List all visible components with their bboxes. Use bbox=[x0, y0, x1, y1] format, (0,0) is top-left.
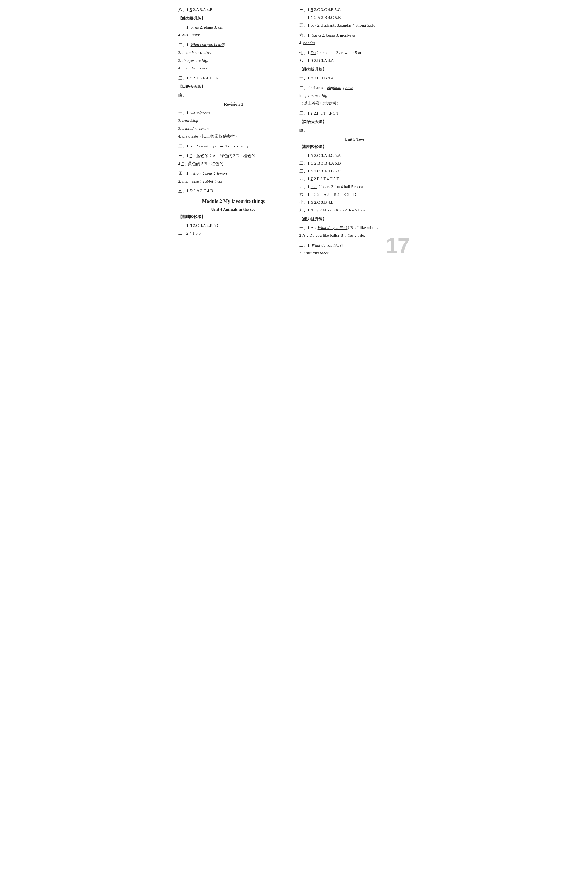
section-title: Revision 1 bbox=[178, 102, 289, 107]
section: 六、1. tigers 2. bears 3. monkeys4. pandas bbox=[299, 32, 410, 47]
section: 三、1.F 2.T 3.F 4.T 5.F bbox=[178, 75, 289, 82]
answer-line: 略。 bbox=[299, 127, 410, 134]
answer-line: 二、elephants；elephant；nose； bbox=[299, 84, 410, 91]
answer-line: 五、1.cute 2.bears 3.fun 4.ball 5.robot bbox=[299, 183, 410, 190]
answer-line: 六、1—C 2—A 3—B 4—E 5—D bbox=[299, 191, 410, 198]
section: 一、1. white/green2. train/ship3. lemon/ic… bbox=[178, 109, 289, 140]
unit-title: Unit 5 Toys bbox=[299, 137, 410, 142]
section: 一、1.B 2.C 3.A 4.B 5.C二、2 4 1 3 5 bbox=[178, 222, 289, 237]
answer-line: 三、1.B 2.C 3.A 4.B 5.C bbox=[299, 168, 410, 175]
answer-line: 八、1.Kitty 2.Mike 3.Alice 4.Joe 5.Peter bbox=[299, 207, 410, 214]
section: 三、1.C；蓝色的 2.A；绿色的 3.D；橙色的4.E；黄色的 5.B；红色的 bbox=[178, 153, 289, 167]
answer-line: 二、1.car 2.sweet 3.yellow 4.ship 5.candy bbox=[178, 143, 289, 150]
answer-line: 4. play/taste（以上答案仅供参考） bbox=[178, 133, 289, 140]
section: 七、1.Do 2.elephants 3.are 4.our 5.at八、1.A… bbox=[299, 49, 410, 64]
bracket-title: 【基础轻松练】 bbox=[299, 144, 410, 150]
bracket-title: 【基础轻松练】 bbox=[178, 214, 289, 219]
answer-line: 4. I can hear cars. bbox=[178, 65, 289, 72]
section: 四、1. yellow；sour；lemon2. bus；bike；rabbit… bbox=[178, 170, 289, 185]
right-column: 三、1.B 2.C 3.C 4.B 5.C四、1.C 2.A 3.B 4.C 5… bbox=[294, 6, 415, 259]
section: 二、elephants；elephant；nose；long；ears；big（… bbox=[299, 84, 410, 107]
section: 【基础轻松练】 bbox=[299, 144, 410, 150]
answer-line: 五、1.D 2.A 3.C 4.B bbox=[178, 187, 289, 195]
section: 八、1.B 2.A 3.A 4.B bbox=[178, 6, 289, 13]
answer-line: 二、2 4 1 3 5 bbox=[178, 230, 289, 237]
section: 【口语天天练】 bbox=[299, 120, 410, 124]
answer-line: 一、1. birds 2. plane 3. car bbox=[178, 24, 289, 31]
answer-line: 2. train/ship bbox=[178, 117, 289, 124]
answer-line: 八、1.A 2.B 3.A 4.A bbox=[299, 57, 410, 64]
bracket-title: 【能力提升练】 bbox=[299, 217, 410, 222]
section: 二、1.car 2.sweet 3.yellow 4.ship 5.candy bbox=[178, 143, 289, 150]
bracket-title: 【口语天天练】 bbox=[299, 120, 410, 124]
answer-line: 3. Its eyes are big. bbox=[178, 57, 289, 64]
answer-line: 二、1.C 2.B 3.B 4.A 5.B bbox=[299, 160, 410, 167]
section: 【基础轻松练】 bbox=[178, 214, 289, 219]
answer-line: 四、1. yellow；sour；lemon bbox=[178, 170, 289, 177]
answer-line: 一、1.A：What do you like?? B：I like robots… bbox=[299, 224, 410, 232]
answer-line: 4. bus；ships bbox=[178, 31, 289, 39]
answer-line: 六、1. tigers 2. bears 3. monkeys bbox=[299, 32, 410, 39]
section: 一、1.B 2.C 3.A 4.C 5.A二、1.C 2.B 3.B 4.A 5… bbox=[299, 152, 410, 214]
bracket-title: 【口语天天练】 bbox=[178, 84, 289, 89]
answer-line: 四、1.C 2.A 3.B 4.C 5.B bbox=[299, 14, 410, 21]
answer-line: 一、1.B 2.C 3.A 4.C 5.A bbox=[299, 152, 410, 159]
section: Unit 5 Toys bbox=[299, 137, 410, 142]
section: 【能力提升练】 bbox=[299, 217, 410, 222]
unit-title: Unit 4 Animals in the zoo bbox=[178, 207, 289, 212]
answer-line: 3. lemon/ice cream bbox=[178, 125, 289, 132]
answer-line: 4.E；黄色的 5.B；红色的 bbox=[178, 160, 289, 168]
answer-line: 二、1. What can you hear?? bbox=[178, 42, 289, 49]
bracket-title: 【能力提升练】 bbox=[299, 67, 410, 72]
section: Unit 4 Animals in the zoo bbox=[178, 207, 289, 212]
answer-line: 2. bus；bike；rabbit；cat bbox=[178, 178, 289, 185]
answer-line: long；ears；big bbox=[299, 92, 410, 99]
answer-line: 七、1.Do 2.elephants 3.are 4.our 5.at bbox=[299, 49, 410, 57]
section: 五、1.D 2.A 3.C 4.B bbox=[178, 187, 289, 195]
bracket-title: 【能力提升练】 bbox=[178, 16, 289, 21]
answer-line: 三、1.F 2.T 3.F 4.T 5.F bbox=[178, 75, 289, 82]
page-number: 17 bbox=[386, 235, 410, 257]
section: 【能力提升练】 bbox=[299, 67, 410, 72]
answer-line: 五、1.our 2.elephants 3.pandas 4.strong 5.… bbox=[299, 22, 410, 29]
section: 二、1. What can you hear??2. I can hear a … bbox=[178, 42, 289, 72]
answer-line: 略。 bbox=[178, 92, 289, 99]
answer-line: 一、1.B 2.C 3.B 4.A bbox=[299, 75, 410, 82]
section: 三、1.T 2.F 3.T 4.F 5.T bbox=[299, 110, 410, 117]
answer-line: （以上答案仅供参考） bbox=[299, 100, 410, 107]
section: 一、1. birds 2. plane 3. car4. bus；ships bbox=[178, 24, 289, 39]
answer-line: 2. I can hear a bike. bbox=[178, 49, 289, 56]
section: 【口语天天练】 bbox=[178, 84, 289, 89]
answer-line: 一、1.B 2.C 3.A 4.B 5.C bbox=[178, 222, 289, 229]
left-column: 八、1.B 2.A 3.A 4.B【能力提升练】一、1. birds 2. pl… bbox=[173, 6, 294, 259]
section: Module 2 My favourite things bbox=[178, 199, 289, 204]
answer-line: 三、1.C；蓝色的 2.A；绿色的 3.D；橙色的 bbox=[178, 153, 289, 160]
section: Revision 1 bbox=[178, 102, 289, 107]
section: 一、1.B 2.C 3.B 4.A bbox=[299, 75, 410, 82]
section: 三、1.B 2.C 3.C 4.B 5.C四、1.C 2.A 3.B 4.C 5… bbox=[299, 6, 410, 29]
answer-line: 七、1.B 2.C 3.B 4.B bbox=[299, 199, 410, 206]
section: 略。 bbox=[299, 127, 410, 134]
module-title: Module 2 My favourite things bbox=[178, 199, 289, 204]
answer-line: 三、1.B 2.C 3.C 4.B 5.C bbox=[299, 6, 410, 13]
answer-line: 三、1.T 2.F 3.T 4.F 5.T bbox=[299, 110, 410, 117]
answer-line: 四、1.T 2.F 3.T 4.T 5.F bbox=[299, 175, 410, 183]
answer-line: 一、1. white/green bbox=[178, 109, 289, 117]
answer-line: 八、1.B 2.A 3.A 4.B bbox=[178, 6, 289, 13]
section: 略。 bbox=[178, 92, 289, 99]
answer-line: 4. pandas bbox=[299, 39, 410, 47]
section: 【能力提升练】 bbox=[178, 16, 289, 21]
